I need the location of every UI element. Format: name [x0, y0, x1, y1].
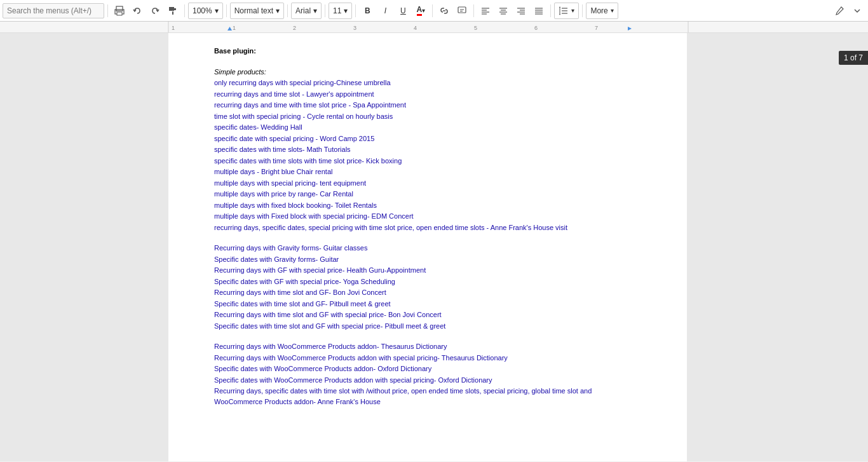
- gf-line-6[interactable]: Specific dates with time slot and GF- Pi…: [214, 299, 641, 309]
- separator-6: [355, 4, 356, 17]
- document-page[interactable]: Base plugin: Simple products: only recur…: [168, 33, 687, 461]
- zoom-dropdown[interactable]: 100% ▾: [188, 3, 223, 19]
- font-size-dropdown[interactable]: 11 ▾: [329, 3, 352, 19]
- align-right-icon: [516, 6, 526, 16]
- gf-line-4[interactable]: Specific dates with GF with special pric…: [214, 276, 641, 287]
- align-left-icon: [480, 6, 491, 16]
- right-margin: [687, 33, 868, 461]
- line-1[interactable]: only recurring days with special pricing…: [214, 78, 641, 88]
- align-right-button[interactable]: [513, 3, 529, 19]
- separator-8: [473, 4, 474, 17]
- justify-button[interactable]: [531, 3, 547, 19]
- ruler-svg: 1 1 2 3 4 5 6 7: [0, 22, 868, 33]
- line-3[interactable]: recurring days and time with time slot p…: [214, 100, 641, 111]
- undo-button[interactable]: [129, 3, 146, 19]
- pen-icon: [834, 6, 844, 16]
- font-arrow: ▾: [313, 6, 317, 15]
- print-icon: [114, 6, 125, 16]
- wc-line-2[interactable]: Recurring days with WooCommerce Products…: [214, 353, 641, 363]
- font-size-arrow: ▾: [344, 6, 348, 15]
- line-13[interactable]: multiple days with Fixed block with spec…: [214, 211, 641, 222]
- line-14[interactable]: recurring days, specific dates, special …: [214, 222, 641, 233]
- separator-10: [582, 4, 583, 17]
- separator-4: [287, 4, 288, 17]
- font-color-arrow: ▾: [422, 7, 425, 14]
- line-spacing-arrow: ▾: [571, 7, 574, 14]
- undo-icon: [132, 6, 142, 16]
- line-spacing-icon: [559, 6, 569, 16]
- line-4[interactable]: time slot with special pricing - Cycle r…: [214, 111, 641, 122]
- gf-line-5[interactable]: Recurring days with time slot and GF- Bo…: [214, 287, 641, 298]
- paint-format-icon: [168, 6, 178, 16]
- align-left-button[interactable]: [477, 3, 494, 19]
- simple-products-section: Simple products: only recurring days wit…: [214, 67, 641, 233]
- pen-button[interactable]: [831, 3, 848, 19]
- text-style-dropdown[interactable]: Normal text ▾: [230, 3, 284, 19]
- wc-line-1[interactable]: Recurring days with WooCommerce Products…: [214, 341, 641, 352]
- separator-5: [325, 4, 325, 17]
- svg-rect-6: [172, 11, 173, 15]
- wc-line-5[interactable]: Recurring days, specific dates with time…: [214, 386, 641, 407]
- gf-line-3[interactable]: Recurring days with GF with special pric…: [214, 265, 641, 276]
- line-6[interactable]: specific date with special pricing - Wor…: [214, 133, 641, 144]
- font-color-icon: A: [417, 5, 423, 16]
- line-9[interactable]: multiple days - Bright blue Chair rental: [214, 166, 641, 177]
- more-label: More: [590, 6, 607, 15]
- line-5[interactable]: specific dates- Wedding Hall: [214, 122, 641, 133]
- collapse-icon: [852, 6, 862, 16]
- separator-2: [184, 4, 185, 17]
- separator-7: [432, 4, 433, 17]
- ruler: 1 1 2 3 4 5 6 7: [0, 22, 868, 33]
- paint-format-button[interactable]: [165, 3, 181, 19]
- separator-9: [550, 4, 551, 17]
- wc-line-3[interactable]: Specific dates with WooCommerce Products…: [214, 363, 641, 374]
- line-11[interactable]: multiple days with price by range- Car R…: [214, 189, 641, 200]
- gf-line-8[interactable]: Specific dates with time slot and GF wit…: [214, 321, 641, 332]
- link-button[interactable]: [436, 3, 452, 19]
- line-2[interactable]: recurring days and time slot - Lawyer's …: [214, 89, 641, 100]
- svg-text:6: 6: [534, 25, 538, 31]
- page-indicator: 1 of 7: [839, 51, 868, 65]
- line-spacing-dropdown[interactable]: ▾: [554, 3, 579, 19]
- heading-section: Base plugin:: [214, 46, 641, 57]
- zoom-dropdown-arrow: ▾: [215, 6, 219, 15]
- link-icon: [439, 6, 449, 16]
- svg-marker-32: [227, 27, 232, 31]
- wc-line-4[interactable]: Specific dates with WooCommerce Products…: [214, 375, 641, 386]
- redo-button[interactable]: [147, 3, 163, 19]
- simple-products-label: Simple products:: [214, 67, 641, 78]
- separator-3: [226, 4, 227, 17]
- align-center-button[interactable]: [495, 3, 512, 19]
- gf-line-2[interactable]: Specific dates with Gravity forms- Guita…: [214, 254, 641, 265]
- bold-button[interactable]: B: [359, 3, 376, 19]
- italic-button[interactable]: I: [377, 3, 393, 19]
- svg-text:1: 1: [172, 25, 175, 31]
- comment-icon: [457, 6, 467, 16]
- underline-button[interactable]: U: [395, 3, 411, 19]
- search-input[interactable]: [3, 3, 104, 18]
- collapse-button[interactable]: [849, 3, 865, 19]
- svg-text:5: 5: [474, 25, 477, 31]
- more-dropdown[interactable]: More ▾: [586, 3, 618, 19]
- line-12[interactable]: multiple days with fixed block booking- …: [214, 200, 641, 211]
- gf-line-7[interactable]: Recurring days with time slot and GF wit…: [214, 309, 641, 320]
- print-button[interactable]: [111, 3, 128, 19]
- svg-rect-0: [116, 6, 123, 11]
- font-color-button[interactable]: A ▾: [412, 3, 429, 19]
- gf-line-1[interactable]: Recurring days with Gravity forms- Guita…: [214, 243, 641, 254]
- line-10[interactable]: multiple days with special pricing- tent…: [214, 178, 641, 189]
- main-area: Base plugin: Simple products: only recur…: [0, 33, 868, 461]
- more-arrow: ▾: [611, 7, 614, 14]
- align-center-icon: [498, 6, 508, 16]
- woocommerce-section: Recurring days with WooCommerce Products…: [214, 341, 641, 407]
- font-dropdown[interactable]: Arial ▾: [291, 3, 322, 19]
- svg-text:7: 7: [595, 25, 598, 31]
- page-indicator-text: 1 of 7: [844, 53, 863, 62]
- svg-rect-2: [117, 12, 122, 15]
- gravity-forms-section: Recurring days with Gravity forms- Guita…: [214, 243, 641, 331]
- line-7[interactable]: specific dates with time slots- Math Tut…: [214, 144, 641, 155]
- svg-text:4: 4: [414, 25, 417, 31]
- line-8[interactable]: specific dates with time slots with time…: [214, 156, 641, 166]
- svg-text:3: 3: [353, 25, 356, 31]
- comment-button[interactable]: [454, 3, 470, 19]
